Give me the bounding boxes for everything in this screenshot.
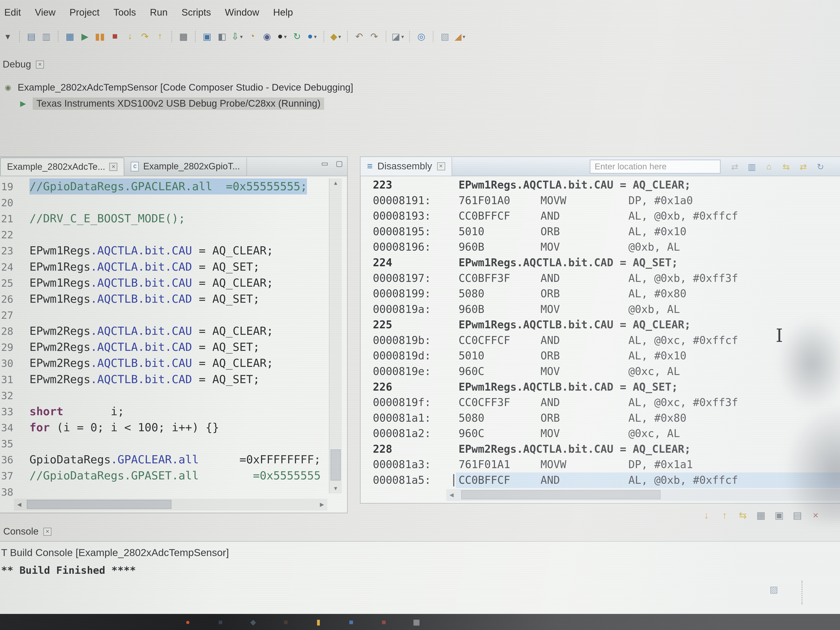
scrollbar-thumb[interactable] bbox=[27, 500, 172, 509]
web-globe-icon[interactable]: ●▾ bbox=[305, 29, 319, 44]
editor-line[interactable]: 27 bbox=[0, 307, 327, 323]
editor-line[interactable]: 23EPwm1Regs.AQCTLA.bit.CAU = AQ_CLEAR; bbox=[0, 243, 327, 259]
dropdown-arrow-icon[interactable]: ▾ bbox=[240, 33, 243, 39]
disassembly-instruction-row[interactable]: 0000819a:960BMOV@0xb, AL bbox=[361, 302, 840, 317]
location-input[interactable] bbox=[590, 159, 720, 174]
disassembly-instruction-row[interactable]: 000081a5:CC0BFFCFANDAL, @0xb, #0xffcf bbox=[361, 472, 840, 488]
editor-line[interactable]: 36GpioDataRegs.GPACLEAR.all =0xFFFFFFFF; bbox=[0, 452, 327, 468]
debug-session-row[interactable]: ◉ Example_2802xAdcTempSensor [Code Compo… bbox=[2, 79, 353, 95]
dropdown-arrow-icon[interactable]: ▾ bbox=[338, 33, 341, 39]
breakpoint-icon[interactable]: ◉ bbox=[261, 29, 274, 44]
tab-example-2802x-gpio-toggle[interactable]: c Example_2802xGpioT... bbox=[125, 158, 247, 175]
open-resource-icon[interactable]: ▧ bbox=[438, 29, 452, 44]
taskbar-app-dark-1[interactable]: ■ bbox=[214, 614, 227, 629]
disassembly-instruction-row[interactable]: 0000819d:5010ORBAL, #0x10 bbox=[361, 348, 840, 364]
resume-icon[interactable]: ▶ bbox=[78, 29, 92, 44]
tab-disassembly[interactable]: ≡ Disassembly × bbox=[361, 157, 452, 175]
close-icon[interactable]: × bbox=[437, 162, 445, 171]
disassembly-instruction-row[interactable]: 00008191:761F01A0MOVWDP, #0x1a0 bbox=[361, 193, 840, 208]
refresh-disassembly-icon[interactable]: ↻ bbox=[814, 159, 827, 174]
build-wrench-icon[interactable]: ◪▾ bbox=[391, 29, 404, 44]
taskbar-app-red[interactable]: ■ bbox=[377, 614, 390, 629]
taskbar-app-orange[interactable]: ● bbox=[181, 614, 194, 629]
debug-probe-row[interactable]: ▶ Texas Instruments XDS100v2 USB Debug P… bbox=[17, 95, 353, 112]
editor-line[interactable]: 28EPwm2Regs.AQCTLA.bit.CAU = AQ_CLEAR; bbox=[0, 323, 327, 339]
close-view-icon[interactable]: × bbox=[809, 508, 822, 523]
editor-line[interactable]: 38 bbox=[0, 484, 327, 500]
disassembly-instruction-row[interactable]: 00008193:CC0BFFCFANDAL, @0xb, #0xffcf bbox=[361, 208, 840, 224]
console-view-icon[interactable]: ▦ bbox=[63, 29, 76, 44]
close-icon[interactable]: × bbox=[36, 61, 44, 69]
editor-horizontal-scrollbar[interactable]: ◀ ▶ bbox=[14, 499, 327, 511]
layout-view-icon[interactable]: ▤ bbox=[791, 508, 804, 523]
menu-project[interactable]: Project bbox=[69, 7, 99, 18]
disassembly-instruction-row[interactable]: 00008197:CC0BFF3FANDAL, @0xb, #0xff3f bbox=[361, 271, 840, 286]
editor-line[interactable]: 31EPwm2Regs.AQCTLB.bit.CAD = AQ_SET; bbox=[0, 371, 327, 387]
menu-tools[interactable]: Tools bbox=[114, 7, 136, 18]
disassembly-instruction-row[interactable]: 0000819b:CC0CFFCFANDAL, @0xc, #0xffcf bbox=[361, 333, 840, 348]
editor-line[interactable]: 33short i; bbox=[0, 403, 327, 419]
scroll-up-icon[interactable]: ▲ bbox=[329, 178, 342, 188]
registers-view-icon[interactable]: ▦ bbox=[177, 29, 190, 44]
editor-line[interactable]: 25EPwm1Regs.AQCTLB.bit.CAU = AQ_CLEAR; bbox=[0, 275, 327, 291]
disassembly-instruction-row[interactable]: 00008196:960BMOV@0xb, AL bbox=[361, 239, 840, 255]
next-difference-icon[interactable]: ↓ bbox=[699, 508, 713, 523]
step-over-icon[interactable]: ↷ bbox=[138, 29, 152, 44]
navigate-forward-icon[interactable]: ⇄ bbox=[797, 159, 810, 174]
minimize-icon[interactable]: ▭ bbox=[321, 159, 328, 168]
scrollbar-thumb[interactable] bbox=[461, 490, 661, 499]
code-editor-area[interactable]: 19//GpioDataRegs.GPACLEAR.all =0x5555555… bbox=[0, 178, 327, 500]
editor-line[interactable]: 22 bbox=[0, 227, 327, 243]
close-icon[interactable]: × bbox=[43, 528, 52, 536]
editor-line[interactable]: 20 bbox=[0, 194, 327, 210]
tab-example-2802x-adc-temp-sensor[interactable]: Example_2802xAdcTe... × bbox=[0, 158, 125, 175]
suspend-icon[interactable]: ▮▮ bbox=[93, 29, 106, 44]
editor-line[interactable]: 35 bbox=[0, 436, 327, 452]
restore-icon[interactable]: ▢ bbox=[336, 159, 343, 168]
editor-line[interactable]: 37//GpioDataRegs.GPASET.all =0x5555555 bbox=[0, 468, 327, 484]
profile-clock-icon[interactable]: ◔ bbox=[245, 29, 259, 44]
editor-line[interactable]: 32 bbox=[0, 387, 327, 403]
disassembly-instruction-row[interactable]: 0000819f:CC0CFF3FANDAL, @0xc, #0xff3f bbox=[361, 395, 840, 411]
menu-edit[interactable]: Edit bbox=[5, 7, 21, 18]
terminate-icon[interactable]: ■ bbox=[108, 29, 122, 44]
load-program-icon[interactable]: ⇩▾ bbox=[231, 29, 244, 44]
menu-scripts[interactable]: Scripts bbox=[182, 7, 211, 18]
dropdown-arrow-icon[interactable]: ▾ bbox=[314, 33, 317, 39]
swap-panes-icon[interactable]: ⇆ bbox=[736, 508, 749, 523]
disassembly-instruction-row[interactable]: 000081a1:5080ORBAL, #0x80 bbox=[361, 411, 840, 426]
taskbar-app-diamond[interactable]: ◆ bbox=[246, 614, 260, 629]
editor-line[interactable]: 29EPwm2Regs.AQCTLA.bit.CAD = AQ_SET; bbox=[0, 339, 327, 355]
debug-bug-icon[interactable]: ●▾ bbox=[275, 29, 289, 44]
pin-view-icon[interactable]: ▦ bbox=[755, 508, 768, 523]
menu-window[interactable]: Window bbox=[225, 7, 259, 18]
editor-line[interactable]: 26EPwm1Regs.AQCTLB.bit.CAD = AQ_SET; bbox=[0, 291, 327, 307]
scroll-down-icon[interactable]: ▼ bbox=[329, 484, 342, 493]
disassembly-listing[interactable]: 223EPwm1Regs.AQCTLA.bit.CAU = AQ_CLEAR;0… bbox=[361, 177, 840, 488]
tab-console[interactable]: Console × bbox=[3, 526, 52, 537]
refresh-target-icon[interactable]: ↻ bbox=[291, 29, 304, 44]
taskbar-app-blue[interactable]: ■ bbox=[344, 614, 358, 629]
disassembly-source-row[interactable]: 226EPwm1Regs.AQCTLB.bit.CAD = AQ_SET; bbox=[361, 379, 840, 395]
editor-line[interactable]: 30EPwm2Regs.AQCTLB.bit.CAU = AQ_CLEAR; bbox=[0, 355, 327, 371]
disassembly-source-row[interactable]: 228EPwm2Regs.AQCTLA.bit.CAU = AQ_CLEAR; bbox=[361, 442, 840, 457]
link-editor-icon[interactable]: ⇄ bbox=[728, 159, 742, 174]
taskbar-app-yellow[interactable]: ▮ bbox=[312, 614, 325, 629]
close-icon[interactable]: × bbox=[109, 163, 117, 171]
back-history-icon[interactable]: ↶ bbox=[352, 29, 366, 44]
editor-line[interactable]: 24EPwm1Regs.AQCTLA.bit.CAD = AQ_SET; bbox=[0, 259, 327, 275]
dropdown-arrow-icon[interactable]: ▾ bbox=[401, 33, 404, 39]
disassembly-instruction-row[interactable]: 000081a3:761F01A1MOVWDP, #0x1a1 bbox=[361, 457, 840, 472]
taskbar-app-dark-2[interactable]: ■ bbox=[279, 614, 292, 629]
menu-view[interactable]: View bbox=[35, 7, 55, 18]
disassembly-source-row[interactable]: 224EPwm1Regs.AQCTLA.bit.CAD = AQ_SET; bbox=[361, 255, 840, 271]
target-config-icon[interactable]: ▣ bbox=[201, 29, 214, 44]
disassembly-instruction-row[interactable]: 000081a2:960CMOV@0xc, AL bbox=[361, 426, 840, 442]
run-flash-icon[interactable]: ◢▾ bbox=[453, 29, 466, 44]
step-return-icon[interactable]: ↑ bbox=[153, 29, 166, 44]
taskbar-app-grid[interactable]: ▦ bbox=[410, 614, 423, 629]
dropdown-arrow-icon[interactable]: ▾ bbox=[463, 33, 465, 39]
highlight-icon[interactable]: ◆▾ bbox=[329, 29, 342, 44]
save-all-icon[interactable]: ▥ bbox=[39, 29, 53, 44]
search-icon[interactable]: ◎ bbox=[415, 29, 428, 44]
